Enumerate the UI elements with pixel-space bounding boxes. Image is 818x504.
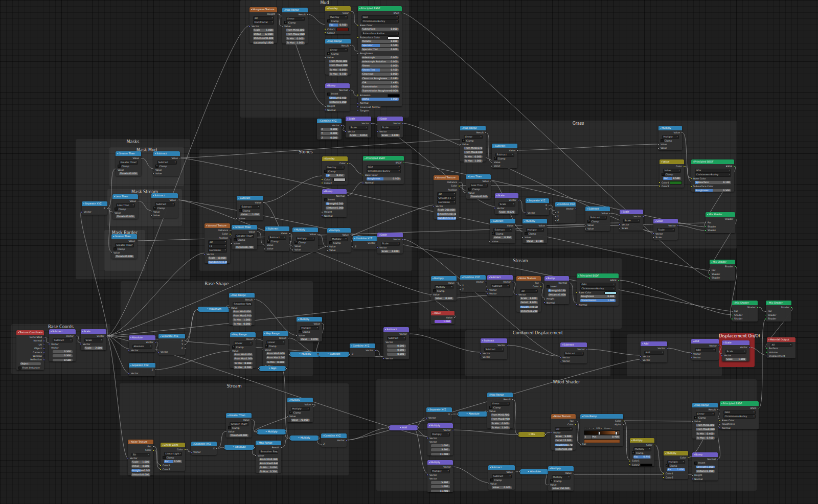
from-max-field[interactable]: From Max1.000 (263, 356, 288, 360)
socket[interactable] (128, 349, 130, 351)
from-min-field[interactable]: From Min0.360 (256, 458, 281, 462)
socket[interactable] (619, 227, 621, 230)
socket[interactable] (658, 185, 661, 187)
socket[interactable] (345, 130, 347, 132)
clamp-checkbox[interactable]: ✓Clamp (265, 240, 289, 243)
socket[interactable] (430, 294, 432, 296)
combine-xyz-stream[interactable]: ▾Combine XYZVectorXZ (460, 275, 486, 292)
bump-stones[interactable]: ▾BumpNormalInvertStrength0.200Distance1.… (322, 189, 347, 217)
less-than-select[interactable]: Less Than▾ (466, 184, 491, 187)
node-header[interactable]: ▾Linear Light (161, 443, 185, 447)
subtract-select[interactable]: Subtract▾ (490, 228, 515, 232)
greater-than-select[interactable]: Greater Than▾ (111, 243, 137, 247)
socket[interactable] (264, 248, 266, 250)
clamp-checkbox[interactable]: ✓Clamp (292, 241, 318, 244)
socket[interactable] (196, 308, 198, 310)
socket[interactable] (709, 273, 711, 276)
add-wood[interactable]: ‣ Add (389, 425, 418, 430)
roughness-field[interactable]: Roughness0.500 (691, 189, 734, 193)
socket[interactable] (258, 368, 260, 370)
socket[interactable] (357, 102, 359, 104)
clearcoat-roughness-field[interactable]: Clearcoat Roughness0.030 (358, 77, 402, 81)
separate-xyz-wood[interactable]: ▾Separate XYZXVector (426, 407, 452, 421)
3d-select[interactable]: 3D▾ (551, 427, 576, 431)
socket[interactable] (657, 147, 660, 149)
node-header[interactable]: ▾Subtract (585, 207, 610, 211)
socket[interactable] (486, 410, 488, 413)
to-min-field[interactable]: To Min0.000 (263, 361, 288, 364)
socket[interactable] (559, 360, 561, 362)
node-header[interactable]: ▾Map Range (325, 39, 351, 43)
socket[interactable] (152, 173, 154, 175)
node-header[interactable]: ▾Overlay (322, 156, 348, 161)
threshol-field[interactable]: Threshol0.700 (232, 246, 257, 249)
ggx-select[interactable]: GGX▾ (720, 410, 759, 414)
clearcoat-field[interactable]: Clearcoat0.000 (358, 73, 402, 76)
vector-component-field[interactable]: 11.900 (427, 490, 453, 493)
distortio-field[interactable]: Distortio0.300 (551, 448, 576, 451)
sheen-field[interactable]: Sheen0.000 (358, 64, 402, 68)
socket[interactable] (281, 26, 283, 28)
node-header[interactable]: ▾Scale (377, 117, 403, 121)
socket[interactable] (43, 344, 45, 346)
vector-component-field[interactable]: 5.660 (427, 448, 453, 452)
node-header[interactable]: ▾Voronoi Texture (434, 175, 459, 180)
combine-xyz-stream2[interactable]: ▾Combine XYZVectorZ (321, 433, 347, 447)
randomnes-field[interactable]: Randomnes1.000 (434, 217, 459, 220)
from-min-field[interactable]: From Min0.100 (282, 29, 308, 32)
value-field[interactable]: Value0.500 (431, 297, 457, 301)
socket[interactable] (652, 237, 654, 239)
clamp-checkbox[interactable]: ✓Clamp (492, 157, 517, 161)
principled-bsdf-stones[interactable]: ▾Principled BSDFBSDFGGX▾Christensen-Burl… (363, 156, 404, 184)
node-header[interactable]: ▾Mix Shader (710, 260, 735, 264)
node-header[interactable]: ▾Material Output (767, 337, 796, 342)
node-header[interactable]: ▾Combine XYZ (555, 202, 576, 207)
node-header[interactable]: ▾Principled BSDF (577, 273, 619, 278)
clamp-checkbox[interactable]: Clamp (297, 330, 322, 334)
from-max-field[interactable]: From Max0.910 (487, 418, 513, 421)
map-range-wood-1[interactable]: ▾Map RangeResultLinear▾✓ClampValueFrom M… (487, 393, 513, 428)
principled-bsdf-stream[interactable]: ▾Principled BSDFBSDFGGX▾Christensen-Burl… (577, 273, 619, 306)
from-min-field[interactable]: From Min0.200 (692, 424, 718, 427)
socket[interactable] (127, 457, 129, 460)
add-vec-2[interactable]: ▾AddVectorAdd▾VectorVector (691, 339, 719, 360)
node-header[interactable]: ▾Principled BSDF (691, 159, 734, 164)
socket[interactable] (352, 246, 354, 248)
socket[interactable] (652, 233, 654, 235)
socket[interactable] (110, 252, 112, 254)
greater-than-stones[interactable]: ▾Greater ThanValueGreater Than▾ClampValu… (232, 225, 257, 249)
fac-field[interactable]: Fac0.950 (630, 455, 654, 459)
socket[interactable] (362, 182, 364, 184)
from-max-field[interactable]: From Max1.000 (230, 357, 256, 361)
subtract-select[interactable]: Subtract▾ (487, 284, 513, 288)
scale-field[interactable]: Scale1.000 (722, 358, 749, 361)
socket[interactable] (489, 241, 491, 243)
socket[interactable] (518, 471, 520, 473)
roughnes-field[interactable]: Roughnes0.700 (551, 444, 576, 447)
scale-select[interactable]: Scale▾ (722, 350, 749, 353)
multiply-select[interactable]: Multiply▾ (522, 228, 547, 232)
subtract-stones-1[interactable]: ▾SubtractValueSubtract▾ClampValue1.000Va… (237, 196, 263, 220)
socket[interactable] (554, 219, 556, 221)
from-max-field[interactable]: From Max2.000 (325, 64, 351, 67)
socket[interactable] (324, 109, 326, 111)
socket[interactable] (48, 343, 50, 345)
smoother-step-select[interactable]: Smoother Step▾ (256, 450, 281, 453)
socket[interactable] (480, 352, 482, 354)
linear-light-select[interactable]: Linear Light▾ (161, 452, 185, 455)
socket[interactable] (152, 169, 154, 171)
christensen-burley-select[interactable]: Christensen-Burley▾ (577, 287, 619, 290)
add-vec-1[interactable]: ▾AddVectorAdd▾VectorVector (641, 341, 667, 362)
subtract-grass-2[interactable]: ▾SubtractValueSubtract▾✓ClampValue0.300V… (490, 219, 515, 243)
node-header[interactable]: ▾Texture Coordinate (16, 330, 44, 335)
invert-checkbox[interactable]: Invert (322, 198, 347, 201)
subtract-vec-stream[interactable]: ▾SubtractVectorSubtract▾VectorVector (487, 275, 513, 296)
socket[interactable] (690, 357, 692, 359)
node-header[interactable]: ▾Subtract (488, 465, 515, 470)
socket[interactable] (705, 226, 707, 228)
from-instancer-checkbox[interactable]: From Instancer (16, 366, 44, 370)
linear-select[interactable]: Linear▾ (282, 17, 308, 20)
distance-field[interactable]: Distance1.000 (322, 207, 347, 210)
linear-light[interactable]: ▾Linear LightColorLinear Light▾ClampFac0… (161, 443, 185, 471)
socket[interactable] (705, 230, 707, 232)
